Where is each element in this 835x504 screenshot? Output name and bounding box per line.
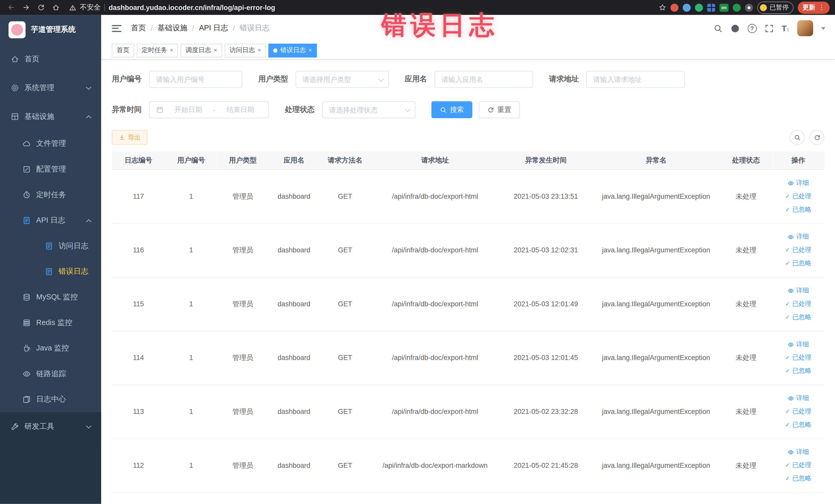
col-app-name: 应用名 <box>268 151 320 169</box>
sidebar-item-error-log[interactable]: 错误日志 <box>0 259 101 284</box>
sidebar-item-system[interactable]: 系统管理 <box>0 74 101 102</box>
check-icon: ✓ <box>785 462 790 468</box>
user-id-input[interactable] <box>149 71 242 88</box>
github-icon[interactable] <box>731 24 739 33</box>
check-icon: ✓ <box>785 193 790 199</box>
paused-badge[interactable]: 已暂停 <box>757 1 793 14</box>
sidebar-item-redis-monitor[interactable]: Redis 监控 <box>0 310 101 336</box>
ignored-link[interactable]: ✓已忽略 <box>774 418 822 431</box>
detail-link[interactable]: 详细 <box>774 176 822 190</box>
navbar-actions: ? T ↕ <box>714 20 826 36</box>
sidebar-item-log-center[interactable]: 日志中心 <box>0 387 101 412</box>
start-date-placeholder: 开始日期 <box>167 105 210 115</box>
sidebar-item-dev-tools[interactable]: 研发工具 <box>0 412 101 441</box>
extension-icon-grid[interactable] <box>707 3 715 11</box>
sidebar-item-scheduled-tasks[interactable]: 定时任务 <box>0 182 101 208</box>
sidebar-item-access-log[interactable]: 访问日志 <box>0 234 101 259</box>
extension-icon-green[interactable] <box>695 3 703 11</box>
help-icon[interactable]: ? <box>748 24 756 33</box>
ignored-link[interactable]: ✓已忽略 <box>774 472 822 485</box>
refresh-button[interactable] <box>809 130 824 145</box>
close-icon[interactable]: × <box>170 47 173 54</box>
processed-link[interactable]: ✓已处理 <box>774 190 822 203</box>
close-icon[interactable]: × <box>258 47 261 54</box>
browser-forward-button[interactable] <box>20 2 32 13</box>
browser-back-button[interactable] <box>5 2 17 13</box>
sidebar-item-file-manage[interactable]: 文件管理 <box>0 131 101 157</box>
process-status-label: 处理状态 <box>285 105 315 115</box>
extension-icon-pin[interactable] <box>745 3 753 11</box>
tab-access-log[interactable]: 访问日志 × <box>225 43 266 57</box>
detail-link[interactable]: 详细 <box>774 230 822 243</box>
check-icon: ✓ <box>785 368 790 374</box>
sidebar-item-java-monitor[interactable]: Java 监控 <box>0 336 101 361</box>
avatar[interactable] <box>797 20 813 36</box>
extension-icon-leaf[interactable] <box>733 3 741 11</box>
detail-link[interactable]: 详细 <box>774 391 822 405</box>
warning-icon <box>69 4 76 11</box>
user-type-label: 用户类型 <box>258 75 288 84</box>
toggle-search-button[interactable] <box>790 130 805 145</box>
processed-link[interactable]: ✓已处理 <box>774 405 822 418</box>
reset-button[interactable]: 重置 <box>479 101 520 118</box>
hamburger-icon[interactable] <box>112 25 121 32</box>
search-button[interactable]: 搜索 <box>431 101 472 118</box>
close-icon[interactable]: × <box>214 47 217 54</box>
breadcrumb-home[interactable]: 首页 <box>131 23 146 33</box>
ignored-link[interactable]: ✓已忽略 <box>774 203 822 216</box>
fullscreen-icon[interactable] <box>765 24 774 33</box>
bookmark-star-icon[interactable] <box>659 4 666 11</box>
caret-down-icon[interactable] <box>821 27 826 29</box>
app-name-input[interactable] <box>434 71 533 88</box>
breadcrumb-infra[interactable]: 基础设施 <box>158 23 187 33</box>
detail-link[interactable]: 详细 <box>774 445 822 459</box>
breadcrumb-api-log[interactable]: API 日志 <box>199 23 228 33</box>
stack-icon <box>22 319 31 327</box>
cloud-icon <box>22 140 31 148</box>
ignored-link[interactable]: ✓已忽略 <box>774 311 822 324</box>
check-icon: ✓ <box>785 476 790 482</box>
sidebar-item-infra[interactable]: 基础设施 <box>0 102 101 131</box>
sidebar-item-trace[interactable]: 链路追踪 <box>0 361 101 387</box>
table-row: 114 1 管理员 dashboard GET /api/infra/db-do… <box>112 331 824 385</box>
user-type-select[interactable] <box>296 71 389 88</box>
check-icon: ✓ <box>785 247 790 253</box>
sidebar-item-home[interactable]: 首页 <box>0 45 101 74</box>
font-size-icon[interactable]: T ↕ <box>781 24 789 33</box>
col-time: 异常发生时间 <box>500 151 592 169</box>
browser-reload-button[interactable] <box>35 2 47 13</box>
exception-time-range-picker[interactable]: 开始日期 - 结束日期 <box>149 101 269 118</box>
process-status-select[interactable] <box>322 101 415 118</box>
export-button[interactable]: 导出 <box>112 130 148 145</box>
browser-update-button[interactable]: 更新 ⋮ <box>798 1 830 14</box>
error-log-table: 日志编号 用户编号 用户类型 应用名 请求方法名 请求地址 异常发生时间 异常名… <box>112 151 824 492</box>
sidebar-item-config-manage[interactable]: 配置管理 <box>0 157 101 182</box>
detail-link[interactable]: 详细 <box>774 338 822 351</box>
address-bar[interactable]: 不安全 dashboard.yudao.iocoder.cn/infra/log… <box>69 3 650 12</box>
processed-link[interactable]: ✓已处理 <box>774 351 822 364</box>
extension-icon-on[interactable]: on <box>719 3 729 11</box>
security-label: 不安全 <box>80 3 101 12</box>
search-icon[interactable] <box>714 24 722 33</box>
tab-error-log[interactable]: 错误日志 × <box>268 43 317 57</box>
tab-scheduled-tasks[interactable]: 定时任务 × <box>137 43 178 57</box>
browser-home-button[interactable] <box>50 2 62 13</box>
sidebar-item-mysql-monitor[interactable]: MySQL 监控 <box>0 284 101 310</box>
tab-home[interactable]: 首页 <box>112 43 134 57</box>
extension-icon-red[interactable] <box>670 3 678 11</box>
request-url-input[interactable] <box>586 71 685 88</box>
sidebar-item-api-log[interactable]: API 日志 <box>0 208 101 234</box>
close-icon[interactable]: × <box>308 47 312 54</box>
ignored-link[interactable]: ✓已忽略 <box>774 364 822 378</box>
check-icon: ✓ <box>785 207 790 213</box>
processed-link[interactable]: ✓已处理 <box>774 297 822 311</box>
tab-dispatch-log[interactable]: 调度日志 × <box>181 43 222 57</box>
ignored-link[interactable]: ✓已忽略 <box>774 257 822 270</box>
processed-link[interactable]: ✓已处理 <box>774 459 822 472</box>
extension-icon-blue[interactable] <box>683 3 691 11</box>
detail-link[interactable]: 详细 <box>774 284 822 297</box>
app-logo-row[interactable]: 芋道管理系统 <box>0 15 101 45</box>
edit-icon <box>22 165 31 174</box>
processed-link[interactable]: ✓已处理 <box>774 243 822 257</box>
page-content: 用户编号 用户类型 应用名 请求 <box>101 60 835 504</box>
